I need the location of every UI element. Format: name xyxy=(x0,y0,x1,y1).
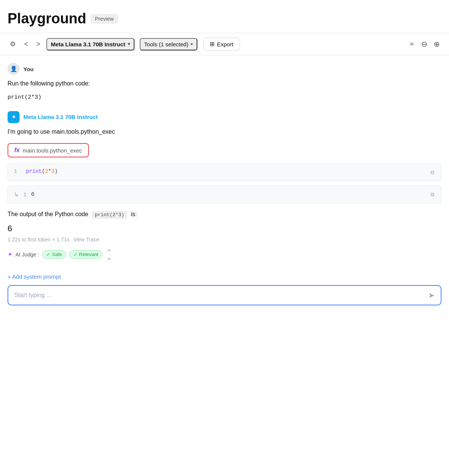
zoom-in-button[interactable]: ⊕ xyxy=(432,40,441,49)
title-row: Playground Preview xyxy=(8,11,441,27)
relevant-badge-label: Relevant xyxy=(79,252,98,257)
code-copy-button[interactable]: ⧉ xyxy=(430,168,435,176)
tools-label: Tools (1 selected) xyxy=(144,41,189,47)
send-icon: ➤ xyxy=(428,291,435,299)
clear-button[interactable]: ✕ xyxy=(407,39,417,49)
timing-text: 1.22s to first token + 1.71s xyxy=(8,236,70,243)
model-chevron-icon: ▾ xyxy=(128,41,130,47)
user-icon: 👤 xyxy=(10,66,17,72)
copy-icon: ⧉ xyxy=(431,169,434,175)
user-message-content: Run the following python code: print(2*3… xyxy=(8,79,441,102)
ai-name: Meta Llama 3.1 70B Instruct xyxy=(23,114,98,120)
page-header: Playground Preview xyxy=(0,0,449,33)
output-value: 6 xyxy=(31,191,34,198)
return-arrow-icon: ↳ xyxy=(14,191,19,198)
code-block: 1 print(2*3) ⧉ xyxy=(8,163,441,181)
tools-selector-button[interactable]: Tools (1 selected) ▾ xyxy=(140,38,198,50)
fx-icon: fx xyxy=(14,147,20,154)
result-text-prefix: The output of the Python code xyxy=(8,211,88,217)
chat-area: 👤 You Run the following python code: pri… xyxy=(0,55,449,261)
user-name: You xyxy=(23,66,34,72)
tool-call-name: main.tools.python_exec xyxy=(23,147,82,154)
safe-badge: ✓ Safe xyxy=(42,250,66,259)
toolbar-right: ✕ ⊖ ⊕ xyxy=(407,39,441,49)
safe-check-icon: ✓ xyxy=(46,252,50,257)
ai-intro-text: I'm going to use main.tools.python_exec xyxy=(8,127,441,137)
sparkle-avatar-icon: ✦ xyxy=(11,113,16,121)
chat-input-area: Start typing ... ➤ xyxy=(8,285,441,305)
model-selector-button[interactable]: Meta Llama 3.1 70B Instruct ▾ xyxy=(46,38,134,50)
ai-judge-label: AI Judge : xyxy=(15,252,39,258)
toolbar: ⚙ < > Meta Llama 3.1 70B Instruct ▾ Tool… xyxy=(0,33,449,55)
plus-icon: ⊕ xyxy=(434,40,440,48)
gear-icon: ⚙ xyxy=(10,40,16,48)
tool-call-box[interactable]: fx main.tools.python_exec xyxy=(8,143,89,157)
code-num-2: 2 xyxy=(45,168,48,174)
timing-row: 1.22s to first token + 1.71s View Trace xyxy=(8,236,441,243)
code-close-paren: ) xyxy=(55,168,58,174)
user-message-line2: print(2*3) xyxy=(8,93,441,102)
safe-badge-label: Safe xyxy=(52,252,62,257)
result-text-suffix: is: xyxy=(131,211,137,217)
expand-icon: ⌃⌄ xyxy=(107,249,111,261)
page-title: Playground xyxy=(8,11,86,27)
code-function: print xyxy=(26,168,42,174)
export-button[interactable]: ⊞ Export xyxy=(203,38,240,50)
clear-icon: ✕ xyxy=(409,41,414,47)
result-text: The output of the Python code print(2*3)… xyxy=(8,209,441,219)
ai-avatar: ✦ xyxy=(8,111,20,123)
output-copy-button[interactable]: ⧉ xyxy=(430,191,435,198)
result-number: 6 xyxy=(8,224,441,233)
export-label: Export xyxy=(217,41,233,47)
user-message: 👤 You Run the following python code: pri… xyxy=(8,63,441,102)
tools-chevron-icon: ▾ xyxy=(191,41,193,47)
chevron-right-icon: > xyxy=(37,40,41,48)
ai-judge-sparkle-icon: ✦ xyxy=(8,251,12,258)
code-nav-next-button[interactable]: > xyxy=(34,39,43,50)
relevant-check-icon: ✓ xyxy=(73,252,78,257)
judge-expand-button[interactable]: ⌃⌄ xyxy=(105,248,113,261)
output-line-number: 1 xyxy=(23,192,26,198)
user-message-line1: Run the following python code: xyxy=(8,79,441,88)
zoom-out-button[interactable]: ⊖ xyxy=(420,40,429,49)
output-copy-icon: ⧉ xyxy=(431,191,434,197)
code-num-3: 3 xyxy=(51,168,54,174)
output-content: ↳ 1 6 xyxy=(14,191,34,198)
ai-message: ✦ Meta Llama 3.1 70B Instruct I'm going … xyxy=(8,111,441,261)
export-icon: ⊞ xyxy=(210,41,215,47)
relevant-badge: ✓ Relevant xyxy=(69,250,102,259)
user-author-row: 👤 You xyxy=(8,63,441,75)
output-block: ↳ 1 6 ⧉ xyxy=(8,186,441,203)
code-nav-prev-button[interactable]: < xyxy=(22,39,31,50)
preview-badge: Preview xyxy=(91,14,118,23)
user-avatar: 👤 xyxy=(8,63,20,75)
model-name-label: Meta Llama 3.1 70B Instruct xyxy=(51,41,125,47)
send-button[interactable]: ➤ xyxy=(427,289,436,301)
ai-judge-row: ✦ AI Judge : ✓ Safe ✓ Relevant ⌃⌄ xyxy=(8,248,441,261)
gear-button[interactable]: ⚙ xyxy=(8,38,18,50)
ai-author-row: ✦ Meta Llama 3.1 70B Instruct xyxy=(8,111,441,123)
chevron-left-icon: < xyxy=(24,40,28,48)
add-system-prompt-button[interactable]: + Add system prompt xyxy=(8,273,61,280)
code-line-number: 1 xyxy=(14,168,20,174)
code-op: * xyxy=(48,168,51,174)
add-system-prompt-label: + Add system prompt xyxy=(8,273,61,280)
bottom-area: + Add system prompt Start typing ... ➤ xyxy=(0,273,449,313)
result-code-inline: print(2*3) xyxy=(92,211,127,218)
code-text: print(2*3) xyxy=(26,168,58,174)
code-block-content: 1 print(2*3) xyxy=(14,168,58,174)
view-trace-link[interactable]: View Trace xyxy=(73,236,99,243)
minus-icon: ⊖ xyxy=(421,40,428,48)
